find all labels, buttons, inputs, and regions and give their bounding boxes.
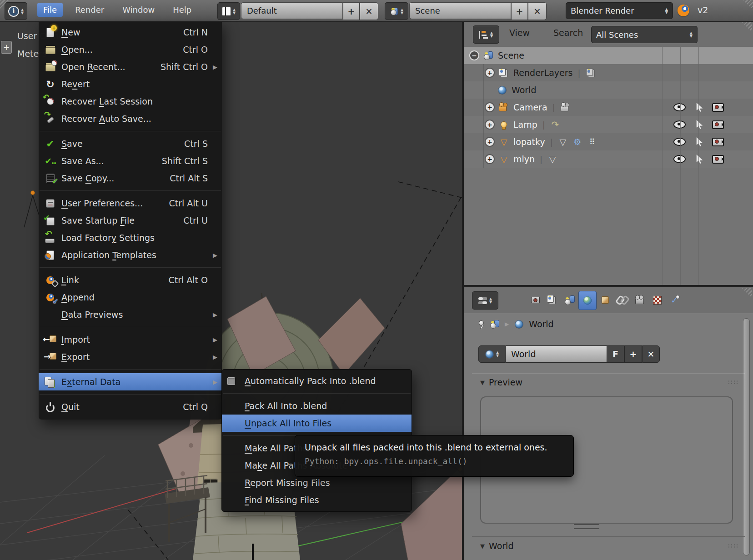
expander-plus-icon[interactable]: +	[485, 120, 495, 130]
expander-plus-icon[interactable]: +	[485, 137, 495, 147]
pin-icon[interactable]	[477, 320, 485, 328]
properties-scrollbar[interactable]	[743, 318, 750, 555]
render-toggle[interactable]	[712, 99, 724, 116]
menu-item-load-factory-settings[interactable]: Load Factory Settings	[39, 229, 222, 246]
visibility-toggle[interactable]	[673, 150, 686, 168]
vertical-splitter[interactable]	[462, 21, 464, 560]
menu-item-recover-last-session[interactable]: Recover Last Session	[39, 93, 222, 110]
menu-item-open[interactable]: Open...Ctrl O	[39, 41, 222, 58]
menu-item-external-data[interactable]: External Data▶	[39, 373, 222, 390]
screen-layout-browse-button[interactable]: ▲▼	[217, 2, 240, 20]
tab-render-layers[interactable]	[544, 291, 561, 309]
delete-scene-button[interactable]: ✕	[528, 2, 547, 20]
tab-render[interactable]	[527, 291, 544, 309]
menu-window[interactable]: Window	[116, 3, 161, 17]
cursor-icon	[696, 137, 703, 146]
panel-drag-grip-icon[interactable]	[728, 544, 738, 548]
editor-type-selector[interactable]: ▲▼	[473, 25, 499, 44]
delete-layout-button[interactable]: ✕	[360, 2, 378, 20]
outliner-row-World[interactable]: World	[464, 81, 753, 99]
outliner-search-menu[interactable]: Search	[553, 28, 583, 38]
new-datablock-button[interactable]: +	[624, 345, 642, 363]
expander-plus-icon[interactable]: +	[485, 68, 495, 78]
horizontal-splitter[interactable]	[462, 285, 753, 287]
display-filter-dropdown[interactable]: All Scenes ▲▼	[591, 26, 698, 43]
link-icon	[44, 275, 56, 285]
render-engine-dropdown[interactable]: Blender Render ▲▼	[566, 2, 673, 19]
render-toggle[interactable]	[712, 150, 724, 168]
outliner-row-RenderLayers[interactable]: +RenderLayers|	[464, 64, 753, 81]
selectability-toggle[interactable]	[696, 133, 703, 150]
menu-help[interactable]: Help	[167, 3, 197, 17]
preview-panel-header[interactable]: ▼ Preview	[480, 377, 522, 387]
menu-render[interactable]: Render	[69, 3, 110, 17]
datablock-browse-button[interactable]: ▲▼	[478, 345, 506, 363]
menu-file[interactable]: File	[37, 3, 63, 17]
visibility-toggle[interactable]	[673, 133, 686, 150]
submenu-arrow-icon: ▶	[211, 336, 217, 343]
menu-item-recover-auto-save[interactable]: Recover Auto Save...	[39, 110, 222, 127]
menu-item-save-as[interactable]: ✔..Save As...Shift Ctrl S	[39, 152, 222, 170]
menu-item-save-copy[interactable]: Save Copy...Ctrl Alt S	[39, 170, 222, 187]
selectability-toggle[interactable]	[696, 150, 703, 168]
tab-scene[interactable]	[561, 291, 578, 309]
tab-world[interactable]	[578, 291, 597, 310]
fake-user-button[interactable]: F	[607, 345, 624, 363]
selectability-toggle[interactable]	[696, 99, 703, 116]
expander-plus-icon[interactable]: +	[485, 102, 495, 112]
editor-type-selector[interactable]: i ▲▼	[5, 2, 27, 20]
render-toggle[interactable]	[712, 116, 724, 133]
menu-item-link[interactable]: LinkCtrl Alt O	[39, 271, 222, 289]
scene-name-field[interactable]: Scene	[409, 2, 511, 19]
tab-physics[interactable]	[666, 291, 683, 309]
menu-item-new[interactable]: NewCtrl N	[39, 24, 222, 41]
expander-plus-icon[interactable]: +	[485, 154, 495, 164]
menu-item-data-previews[interactable]: Data Previews▶	[39, 306, 222, 323]
menu-item-application-templates[interactable]: Application Templates▶	[39, 246, 222, 264]
visibility-toggle[interactable]	[673, 99, 686, 116]
menu-item-unpack-all[interactable]: Unpack All Into Files	[222, 415, 412, 432]
menu-item-save[interactable]: ✔SaveCtrl S	[39, 135, 222, 152]
outliner-row-Camera[interactable]: +Camera|	[464, 99, 753, 116]
menu-item-user-preferences[interactable]: User Preferences...Ctrl Alt U	[39, 195, 222, 212]
screen-layout-name-field[interactable]: Default	[241, 2, 343, 19]
tab-object[interactable]	[597, 291, 614, 309]
menu-item-quit[interactable]: QuitCtrl Q	[39, 398, 222, 415]
menu-item-append[interactable]: Append	[39, 289, 222, 306]
outliner-row-lopatky[interactable]: +▽lopatky|▽⚙⠿	[464, 133, 753, 150]
outliner-row-Lamp[interactable]: +Lamp|↷	[464, 116, 753, 133]
tab-constraints[interactable]	[614, 291, 631, 309]
menu-item-import[interactable]: Import▶	[39, 331, 222, 348]
datablock-name-field[interactable]: World	[506, 345, 607, 363]
outliner-row-Scene[interactable]: −Scene	[464, 47, 753, 64]
render-toggle[interactable]	[712, 133, 724, 150]
area-corner-grip[interactable]	[742, 22, 752, 32]
tab-object-data[interactable]	[631, 291, 648, 309]
toolshelf-open-button[interactable]: +	[1, 41, 12, 54]
add-layout-button[interactable]: +	[343, 2, 360, 20]
unlink-datablock-button[interactable]: ✕	[642, 345, 660, 363]
menu-item-export[interactable]: Export▶	[39, 348, 222, 365]
menu-item-revert[interactable]: ↻Revert	[39, 75, 222, 93]
editor-type-selector[interactable]: ▲▼	[472, 291, 498, 310]
menu-item-find-missing-files[interactable]: Find Missing Files	[222, 491, 412, 509]
add-scene-button[interactable]: +	[511, 2, 528, 20]
window-corner-grip[interactable]	[743, 0, 753, 10]
outliner-view-menu[interactable]: View	[509, 28, 530, 38]
selectability-toggle[interactable]	[696, 116, 703, 133]
menu-item-pack-all[interactable]: Pack All Into .blend	[222, 397, 412, 415]
visibility-toggle[interactable]	[673, 116, 686, 133]
menu-item-save-startup-file[interactable]: Save Startup FileCtrl U	[39, 212, 222, 229]
menu-item-open-recent[interactable]: Open Recent...Shift Ctrl O▶	[39, 58, 222, 75]
world-panel-header[interactable]: ▼ World	[480, 541, 513, 551]
panel-resize-handle[interactable]	[574, 524, 599, 529]
scene-browse-button[interactable]: ▲▼	[385, 2, 408, 20]
menu-item-automatically-pack[interactable]: Automatically Pack Into .blend	[222, 372, 412, 390]
area-corner-grip[interactable]	[742, 288, 752, 298]
tab-texture[interactable]	[648, 291, 666, 309]
outliner-row-mlyn[interactable]: +▽mlyn|▽	[464, 150, 753, 168]
menu-separator	[222, 390, 412, 397]
expander-minus-icon[interactable]: −	[469, 50, 479, 60]
panel-drag-grip-icon[interactable]	[728, 380, 738, 385]
recover-autosave-icon	[44, 114, 56, 124]
